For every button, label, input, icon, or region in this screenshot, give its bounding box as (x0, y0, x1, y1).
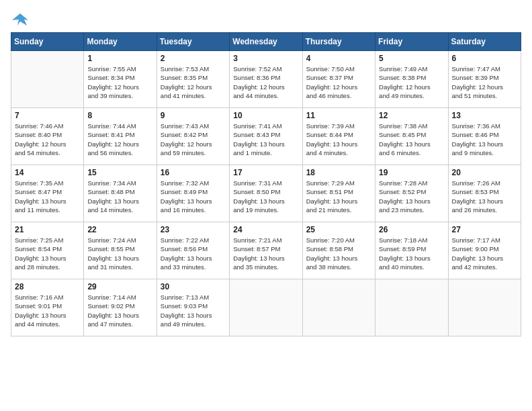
day-cell: 17Sunrise: 7:31 AM Sunset: 8:50 PM Dayli… (230, 165, 302, 222)
day-cell: 22Sunrise: 7:24 AM Sunset: 8:55 PM Dayli… (84, 222, 157, 279)
day-info: Sunrise: 7:35 AM Sunset: 8:47 PM Dayligh… (15, 179, 80, 214)
day-info: Sunrise: 7:34 AM Sunset: 8:48 PM Dayligh… (87, 179, 152, 214)
day-number: 25 (306, 225, 371, 234)
day-number: 7 (15, 111, 80, 120)
week-row-1: 1Sunrise: 7:55 AM Sunset: 8:34 PM Daylig… (11, 51, 521, 108)
logo (11, 11, 32, 30)
day-cell: 1Sunrise: 7:55 AM Sunset: 8:34 PM Daylig… (84, 51, 157, 108)
day-info: Sunrise: 7:55 AM Sunset: 8:34 PM Dayligh… (87, 64, 152, 100)
day-info: Sunrise: 7:26 AM Sunset: 8:53 PM Dayligh… (452, 179, 517, 214)
day-number: 1 (87, 54, 152, 63)
day-cell (448, 279, 521, 336)
header-row: SundayMondayTuesdayWednesdayThursdayFrid… (11, 33, 521, 51)
week-row-4: 21Sunrise: 7:25 AM Sunset: 8:54 PM Dayli… (11, 222, 521, 279)
day-number: 20 (452, 168, 517, 177)
day-number: 18 (306, 168, 371, 177)
day-cell: 19Sunrise: 7:28 AM Sunset: 8:52 PM Dayli… (375, 165, 448, 222)
column-header-friday: Friday (375, 33, 448, 51)
column-header-monday: Monday (84, 33, 157, 51)
day-number: 30 (161, 282, 226, 291)
day-number: 5 (379, 54, 444, 63)
day-cell: 30Sunrise: 7:13 AM Sunset: 9:03 PM Dayli… (157, 279, 229, 336)
day-number: 13 (452, 111, 517, 120)
day-number: 23 (161, 225, 226, 234)
svg-marker-0 (12, 13, 28, 26)
day-number: 19 (379, 168, 444, 177)
day-number: 24 (233, 225, 298, 234)
day-info: Sunrise: 7:21 AM Sunset: 8:57 PM Dayligh… (233, 236, 298, 271)
day-number: 4 (306, 54, 371, 63)
column-header-tuesday: Tuesday (157, 33, 229, 51)
day-number: 11 (306, 111, 371, 120)
day-cell: 10Sunrise: 7:41 AM Sunset: 8:43 PM Dayli… (230, 108, 302, 165)
day-number: 26 (379, 225, 444, 234)
logo-bird-icon (11, 11, 30, 30)
day-cell: 16Sunrise: 7:32 AM Sunset: 8:49 PM Dayli… (157, 165, 229, 222)
day-cell: 21Sunrise: 7:25 AM Sunset: 8:54 PM Dayli… (11, 222, 84, 279)
day-number: 21 (15, 225, 80, 234)
day-cell (375, 279, 448, 336)
day-info: Sunrise: 7:39 AM Sunset: 8:44 PM Dayligh… (306, 122, 371, 157)
day-cell: 26Sunrise: 7:18 AM Sunset: 8:59 PM Dayli… (375, 222, 448, 279)
day-info: Sunrise: 7:20 AM Sunset: 8:58 PM Dayligh… (306, 236, 371, 271)
day-cell: 25Sunrise: 7:20 AM Sunset: 8:58 PM Dayli… (302, 222, 375, 279)
day-cell (11, 51, 84, 108)
day-cell: 28Sunrise: 7:16 AM Sunset: 9:01 PM Dayli… (11, 279, 84, 336)
day-info: Sunrise: 7:25 AM Sunset: 8:54 PM Dayligh… (15, 236, 80, 271)
day-info: Sunrise: 7:52 AM Sunset: 8:36 PM Dayligh… (233, 64, 298, 100)
day-cell: 12Sunrise: 7:38 AM Sunset: 8:45 PM Dayli… (375, 108, 448, 165)
day-number: 15 (87, 168, 152, 177)
day-cell: 20Sunrise: 7:26 AM Sunset: 8:53 PM Dayli… (448, 165, 521, 222)
day-info: Sunrise: 7:28 AM Sunset: 8:52 PM Dayligh… (379, 179, 444, 214)
day-cell: 18Sunrise: 7:29 AM Sunset: 8:51 PM Dayli… (302, 165, 375, 222)
page-header (11, 11, 521, 30)
day-cell: 4Sunrise: 7:50 AM Sunset: 8:37 PM Daylig… (302, 51, 375, 108)
day-number: 27 (452, 225, 517, 234)
day-cell (302, 279, 375, 336)
day-number: 14 (15, 168, 80, 177)
day-number: 9 (161, 111, 226, 120)
day-number: 6 (452, 54, 517, 63)
day-cell: 23Sunrise: 7:22 AM Sunset: 8:56 PM Dayli… (157, 222, 229, 279)
day-info: Sunrise: 7:53 AM Sunset: 8:35 PM Dayligh… (161, 64, 226, 100)
day-info: Sunrise: 7:16 AM Sunset: 9:01 PM Dayligh… (15, 293, 80, 328)
day-info: Sunrise: 7:29 AM Sunset: 8:51 PM Dayligh… (306, 179, 371, 214)
day-info: Sunrise: 7:18 AM Sunset: 8:59 PM Dayligh… (379, 236, 444, 271)
day-info: Sunrise: 7:46 AM Sunset: 8:40 PM Dayligh… (15, 122, 80, 157)
day-info: Sunrise: 7:22 AM Sunset: 8:56 PM Dayligh… (161, 236, 226, 271)
day-cell: 11Sunrise: 7:39 AM Sunset: 8:44 PM Dayli… (302, 108, 375, 165)
day-info: Sunrise: 7:31 AM Sunset: 8:50 PM Dayligh… (233, 179, 298, 214)
day-number: 12 (379, 111, 444, 120)
day-number: 8 (87, 111, 152, 120)
column-header-thursday: Thursday (302, 33, 375, 51)
day-number: 17 (233, 168, 298, 177)
day-cell: 2Sunrise: 7:53 AM Sunset: 8:35 PM Daylig… (157, 51, 229, 108)
day-info: Sunrise: 7:13 AM Sunset: 9:03 PM Dayligh… (161, 293, 226, 328)
day-info: Sunrise: 7:43 AM Sunset: 8:42 PM Dayligh… (161, 122, 226, 157)
day-cell: 29Sunrise: 7:14 AM Sunset: 9:02 PM Dayli… (84, 279, 157, 336)
day-number: 29 (87, 282, 152, 291)
column-header-wednesday: Wednesday (230, 33, 302, 51)
column-header-saturday: Saturday (448, 33, 521, 51)
day-cell: 3Sunrise: 7:52 AM Sunset: 8:36 PM Daylig… (230, 51, 302, 108)
day-cell: 7Sunrise: 7:46 AM Sunset: 8:40 PM Daylig… (11, 108, 84, 165)
week-row-2: 7Sunrise: 7:46 AM Sunset: 8:40 PM Daylig… (11, 108, 521, 165)
day-info: Sunrise: 7:17 AM Sunset: 9:00 PM Dayligh… (452, 236, 517, 271)
day-number: 16 (161, 168, 226, 177)
day-cell: 13Sunrise: 7:36 AM Sunset: 8:46 PM Dayli… (448, 108, 521, 165)
day-number: 22 (87, 225, 152, 234)
day-info: Sunrise: 7:32 AM Sunset: 8:49 PM Dayligh… (161, 179, 226, 214)
day-info: Sunrise: 7:36 AM Sunset: 8:46 PM Dayligh… (452, 122, 517, 157)
day-number: 28 (15, 282, 80, 291)
day-number: 3 (233, 54, 298, 63)
day-cell: 15Sunrise: 7:34 AM Sunset: 8:48 PM Dayli… (84, 165, 157, 222)
day-info: Sunrise: 7:38 AM Sunset: 8:45 PM Dayligh… (379, 122, 444, 157)
calendar-table: SundayMondayTuesdayWednesdayThursdayFrid… (11, 32, 521, 336)
column-header-sunday: Sunday (11, 33, 84, 51)
week-row-5: 28Sunrise: 7:16 AM Sunset: 9:01 PM Dayli… (11, 279, 521, 336)
day-info: Sunrise: 7:41 AM Sunset: 8:43 PM Dayligh… (233, 122, 298, 157)
day-number: 10 (233, 111, 298, 120)
day-info: Sunrise: 7:14 AM Sunset: 9:02 PM Dayligh… (87, 293, 152, 328)
day-cell: 27Sunrise: 7:17 AM Sunset: 9:00 PM Dayli… (448, 222, 521, 279)
day-info: Sunrise: 7:47 AM Sunset: 8:39 PM Dayligh… (452, 64, 517, 100)
